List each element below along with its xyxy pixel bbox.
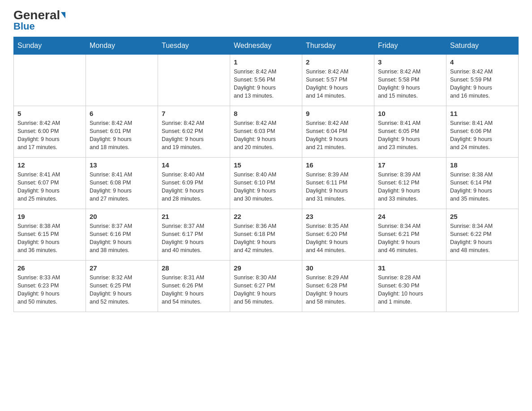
calendar-cell: 21Sunrise: 8:37 AM Sunset: 6:17 PM Dayli…: [158, 209, 230, 261]
day-number: 26: [17, 264, 82, 272]
calendar-cell: 11Sunrise: 8:41 AM Sunset: 6:06 PM Dayli…: [446, 106, 519, 158]
day-info: Sunrise: 8:30 AM Sunset: 6:27 PM Dayligh…: [234, 274, 298, 306]
day-number: 20: [90, 213, 154, 220]
calendar-cell: [86, 55, 158, 106]
day-number: 5: [17, 110, 82, 117]
calendar-cell: 16Sunrise: 8:39 AM Sunset: 6:11 PM Dayli…: [302, 158, 374, 209]
calendar-cell: 30Sunrise: 8:29 AM Sunset: 6:28 PM Dayli…: [302, 261, 374, 312]
calendar-cell: [158, 55, 230, 106]
day-info: Sunrise: 8:39 AM Sunset: 6:11 PM Dayligh…: [306, 171, 370, 203]
calendar-cell: [14, 55, 86, 106]
day-number: 25: [450, 213, 515, 220]
day-info: Sunrise: 8:34 AM Sunset: 6:22 PM Dayligh…: [450, 222, 515, 255]
calendar-cell: 4Sunrise: 8:42 AM Sunset: 5:59 PM Daylig…: [446, 55, 519, 106]
day-info: Sunrise: 8:31 AM Sunset: 6:26 PM Dayligh…: [162, 274, 226, 306]
day-info: Sunrise: 8:37 AM Sunset: 6:16 PM Dayligh…: [90, 222, 154, 255]
day-info: Sunrise: 8:38 AM Sunset: 6:15 PM Dayligh…: [17, 222, 82, 255]
day-number: 8: [234, 110, 298, 117]
calendar-cell: 29Sunrise: 8:30 AM Sunset: 6:27 PM Dayli…: [230, 261, 302, 312]
day-info: Sunrise: 8:42 AM Sunset: 5:59 PM Dayligh…: [450, 68, 515, 100]
day-number: 28: [162, 264, 226, 272]
calendar-cell: 2Sunrise: 8:42 AM Sunset: 5:57 PM Daylig…: [302, 55, 374, 106]
day-info: Sunrise: 8:42 AM Sunset: 6:04 PM Dayligh…: [306, 119, 370, 152]
day-info: Sunrise: 8:42 AM Sunset: 5:56 PM Dayligh…: [234, 68, 298, 100]
calendar-cell: 5Sunrise: 8:42 AM Sunset: 6:00 PM Daylig…: [14, 106, 86, 158]
calendar-week-row: 5Sunrise: 8:42 AM Sunset: 6:00 PM Daylig…: [14, 106, 519, 158]
day-info: Sunrise: 8:40 AM Sunset: 6:09 PM Dayligh…: [162, 171, 226, 203]
day-number: 11: [450, 110, 515, 117]
day-number: 27: [90, 264, 154, 272]
day-info: Sunrise: 8:40 AM Sunset: 6:10 PM Dayligh…: [234, 171, 298, 203]
day-info: Sunrise: 8:42 AM Sunset: 5:57 PM Dayligh…: [306, 68, 370, 100]
logo-blue: Blue: [13, 21, 35, 32]
day-number: 3: [378, 58, 442, 66]
day-info: Sunrise: 8:41 AM Sunset: 6:05 PM Dayligh…: [378, 119, 442, 152]
calendar-cell: 3Sunrise: 8:42 AM Sunset: 5:58 PM Daylig…: [374, 55, 446, 106]
day-number: 19: [17, 213, 82, 220]
col-sunday: Sunday: [14, 37, 86, 55]
day-number: 13: [90, 161, 154, 169]
calendar-cell: 27Sunrise: 8:32 AM Sunset: 6:25 PM Dayli…: [86, 261, 158, 312]
calendar-cell: 1Sunrise: 8:42 AM Sunset: 5:56 PM Daylig…: [230, 55, 302, 106]
calendar-cell: 23Sunrise: 8:35 AM Sunset: 6:20 PM Dayli…: [302, 209, 374, 261]
calendar-cell: 20Sunrise: 8:37 AM Sunset: 6:16 PM Dayli…: [86, 209, 158, 261]
calendar-cell: 7Sunrise: 8:42 AM Sunset: 6:02 PM Daylig…: [158, 106, 230, 158]
day-number: 30: [306, 264, 370, 272]
calendar-week-row: 1Sunrise: 8:42 AM Sunset: 5:56 PM Daylig…: [14, 55, 519, 106]
col-tuesday: Tuesday: [158, 37, 230, 55]
calendar-body: 1Sunrise: 8:42 AM Sunset: 5:56 PM Daylig…: [14, 55, 519, 312]
day-number: 1: [234, 58, 298, 66]
calendar-cell: 28Sunrise: 8:31 AM Sunset: 6:26 PM Dayli…: [158, 261, 230, 312]
day-number: 6: [90, 110, 154, 117]
day-number: 22: [234, 213, 298, 220]
day-info: Sunrise: 8:42 AM Sunset: 6:03 PM Dayligh…: [234, 119, 298, 152]
day-info: Sunrise: 8:29 AM Sunset: 6:28 PM Dayligh…: [306, 274, 370, 306]
day-info: Sunrise: 8:42 AM Sunset: 6:01 PM Dayligh…: [90, 119, 154, 152]
day-info: Sunrise: 8:38 AM Sunset: 6:14 PM Dayligh…: [450, 171, 515, 203]
day-info: Sunrise: 8:41 AM Sunset: 6:06 PM Dayligh…: [450, 119, 515, 152]
day-number: 17: [378, 161, 442, 169]
day-number: 4: [450, 58, 515, 66]
col-friday: Friday: [374, 37, 446, 55]
col-thursday: Thursday: [302, 37, 374, 55]
calendar-cell: 9Sunrise: 8:42 AM Sunset: 6:04 PM Daylig…: [302, 106, 374, 158]
day-info: Sunrise: 8:37 AM Sunset: 6:17 PM Dayligh…: [162, 222, 226, 255]
calendar-cell: 8Sunrise: 8:42 AM Sunset: 6:03 PM Daylig…: [230, 106, 302, 158]
calendar-cell: 13Sunrise: 8:41 AM Sunset: 6:08 PM Dayli…: [86, 158, 158, 209]
day-number: 7: [162, 110, 226, 117]
day-number: 29: [234, 264, 298, 272]
calendar-cell: 24Sunrise: 8:34 AM Sunset: 6:21 PM Dayli…: [374, 209, 446, 261]
day-info: Sunrise: 8:41 AM Sunset: 6:07 PM Dayligh…: [17, 171, 82, 203]
calendar-week-row: 19Sunrise: 8:38 AM Sunset: 6:15 PM Dayli…: [14, 209, 519, 261]
col-saturday: Saturday: [446, 37, 519, 55]
day-info: Sunrise: 8:42 AM Sunset: 6:00 PM Dayligh…: [17, 119, 82, 152]
day-info: Sunrise: 8:34 AM Sunset: 6:21 PM Dayligh…: [378, 222, 442, 255]
day-number: 14: [162, 161, 226, 169]
day-info: Sunrise: 8:35 AM Sunset: 6:20 PM Dayligh…: [306, 222, 370, 255]
day-number: 16: [306, 161, 370, 169]
day-number: 24: [378, 213, 442, 220]
calendar-header-row: Sunday Monday Tuesday Wednesday Thursday…: [14, 37, 519, 55]
day-info: Sunrise: 8:33 AM Sunset: 6:23 PM Dayligh…: [17, 274, 82, 306]
logo-triangle-icon: [61, 12, 65, 18]
calendar-cell: 18Sunrise: 8:38 AM Sunset: 6:14 PM Dayli…: [446, 158, 519, 209]
calendar-week-row: 12Sunrise: 8:41 AM Sunset: 6:07 PM Dayli…: [14, 158, 519, 209]
day-number: 10: [378, 110, 442, 117]
page-header: General Blue: [13, 9, 519, 32]
day-number: 12: [17, 161, 82, 169]
calendar-table: Sunday Monday Tuesday Wednesday Thursday…: [13, 37, 519, 312]
calendar-cell: 17Sunrise: 8:39 AM Sunset: 6:12 PM Dayli…: [374, 158, 446, 209]
day-number: 21: [162, 213, 226, 220]
logo: General Blue: [13, 9, 65, 32]
calendar-cell: [446, 261, 519, 312]
day-info: Sunrise: 8:39 AM Sunset: 6:12 PM Dayligh…: [378, 171, 442, 203]
day-number: 9: [306, 110, 370, 117]
calendar-cell: 22Sunrise: 8:36 AM Sunset: 6:18 PM Dayli…: [230, 209, 302, 261]
calendar-cell: 12Sunrise: 8:41 AM Sunset: 6:07 PM Dayli…: [14, 158, 86, 209]
day-number: 31: [378, 264, 442, 272]
calendar-cell: 25Sunrise: 8:34 AM Sunset: 6:22 PM Dayli…: [446, 209, 519, 261]
col-wednesday: Wednesday: [230, 37, 302, 55]
day-info: Sunrise: 8:32 AM Sunset: 6:25 PM Dayligh…: [90, 274, 154, 306]
day-number: 18: [450, 161, 515, 169]
calendar-cell: 31Sunrise: 8:28 AM Sunset: 6:30 PM Dayli…: [374, 261, 446, 312]
